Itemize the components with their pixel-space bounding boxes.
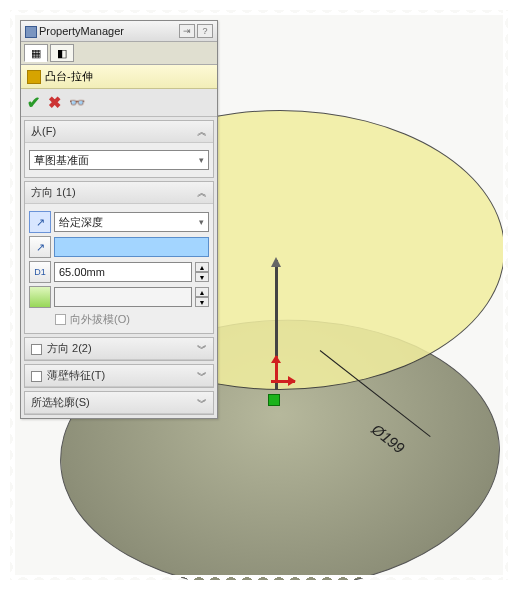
direction-selection-field[interactable]: [54, 237, 209, 257]
chevron-down-icon: ︾: [197, 342, 207, 356]
feature-name: 凸台-拉伸: [45, 69, 93, 84]
from-selection-value: 草图基准面: [34, 153, 89, 168]
property-manager-panel: PropertyManager ⇥ ? ▦ ◧ 凸台-拉伸 ✔ ✖ 👓: [20, 20, 218, 419]
chevron-down-icon: ︾: [197, 396, 207, 410]
depth-input[interactable]: 65.00mm: [54, 262, 192, 282]
direction2-label: 方向 2(2): [47, 342, 92, 354]
end-condition-select[interactable]: 给定深度: [54, 212, 209, 232]
arrow-icon: ↗: [36, 241, 45, 254]
contours-group: 所选轮廓(S) ︾: [24, 391, 214, 415]
chevron-up-icon: ︽: [197, 186, 207, 200]
detail-preview-button[interactable]: 👓: [69, 95, 85, 110]
ok-button[interactable]: ✔: [27, 93, 40, 112]
tab-feature[interactable]: ▦: [24, 44, 48, 62]
thin-feature-group: 薄壁特征(T) ︾: [24, 364, 214, 388]
draft-toggle-button[interactable]: [29, 286, 51, 308]
direction-vector-button[interactable]: ↗: [29, 236, 51, 258]
direction2-header[interactable]: 方向 2(2) ︾: [25, 338, 213, 360]
chevron-up-icon: ︽: [197, 125, 207, 139]
extrude-feature-icon: [27, 70, 41, 84]
draft-spin-up[interactable]: ▲: [195, 287, 209, 297]
tab-config[interactable]: ◧: [50, 44, 74, 62]
contours-label: 所选轮廓(S): [31, 395, 90, 410]
thin-feature-header[interactable]: 薄壁特征(T) ︾: [25, 365, 213, 387]
depth-spin-up[interactable]: ▲: [195, 262, 209, 272]
draft-angle-input: [54, 287, 192, 307]
config-icon: ◧: [57, 47, 67, 60]
draft-outward-label: 向外拔模(O): [70, 312, 130, 327]
direction1-group: 方向 1(1) ︽ ↗ 给定深度 ↗: [24, 181, 214, 334]
from-label: 从(F): [31, 124, 56, 139]
draft-spin-down[interactable]: ▼: [195, 297, 209, 307]
chevron-down-icon: ︾: [197, 369, 207, 383]
manager-tabs: ▦ ◧: [21, 42, 217, 65]
from-group: 从(F) ︽ 草图基准面: [24, 120, 214, 178]
depth-value: 65.00mm: [59, 266, 105, 278]
thin-feature-checkbox[interactable]: [31, 371, 42, 382]
draft-outward-checkbox[interactable]: [55, 314, 66, 325]
reverse-icon: ↗: [36, 216, 45, 229]
sketch-origin: [268, 394, 280, 406]
depth-icon-button: D1: [29, 261, 51, 283]
from-group-header[interactable]: 从(F) ︽: [25, 121, 213, 143]
direction2-checkbox[interactable]: [31, 344, 42, 355]
thin-feature-label: 薄壁特征(T): [47, 369, 105, 381]
d1-icon: D1: [34, 267, 46, 277]
feature-tree-icon: ▦: [31, 47, 41, 60]
reverse-direction-button[interactable]: ↗: [29, 211, 51, 233]
contours-header[interactable]: 所选轮廓(S) ︾: [25, 392, 213, 414]
direction2-group: 方向 2(2) ︾: [24, 337, 214, 361]
from-condition-select[interactable]: 草图基准面: [29, 150, 209, 170]
end-condition-value: 给定深度: [59, 215, 103, 230]
cancel-button[interactable]: ✖: [48, 93, 61, 112]
depth-spin-down[interactable]: ▼: [195, 272, 209, 282]
pin-button[interactable]: ⇥: [179, 24, 195, 38]
direction1-label: 方向 1(1): [31, 185, 76, 200]
direction1-header[interactable]: 方向 1(1) ︽: [25, 182, 213, 204]
help-button[interactable]: ?: [197, 24, 213, 38]
panel-title: PropertyManager: [25, 25, 124, 37]
